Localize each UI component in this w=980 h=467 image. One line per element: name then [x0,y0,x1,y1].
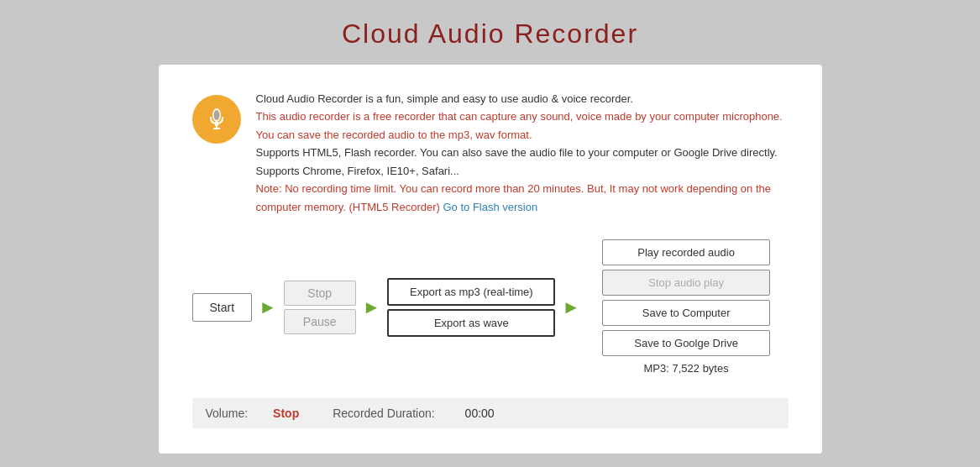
arrow-2-icon: ► [363,296,381,318]
svg-point-4 [213,110,219,120]
page-title: Cloud Audio Recorder [0,0,980,65]
pause-button[interactable]: Pause [284,309,356,334]
controls-section: Start ► Stop Pause ► Export as mp3 (real… [192,239,789,375]
stop-audio-button[interactable]: Stop audio play [602,270,770,296]
export-mp3-button[interactable]: Export as mp3 (real-time) [387,278,555,306]
arrow-3-icon: ► [562,296,580,318]
desc-line3: Supports HTML5, Flash recorder. You can … [256,146,778,176]
main-card: Cloud Audio Recorder is a fun, simple an… [159,65,822,454]
save-computer-button[interactable]: Save to Computer [602,300,770,326]
play-recorded-button[interactable]: Play recorded audio [602,239,770,265]
export-wave-button[interactable]: Export as wave [387,309,555,337]
duration-value: 00:00 [465,407,495,420]
right-actions-group: Play recorded audio Stop audio play Save… [602,239,770,375]
start-button[interactable]: Start [192,293,253,322]
stop-button[interactable]: Stop [284,281,356,306]
bottom-bar: Volume: Stop Recorded Duration: 00:00 [192,398,789,428]
mic-icon [192,95,241,144]
desc-line2: This audio recorder is a free recorder t… [256,110,783,140]
export-group: Export as mp3 (real-time) Export as wave [387,278,555,337]
volume-label: Volume: [206,407,249,420]
mp3-info: MP3: 7,522 bytes [602,362,770,375]
duration-label: Recorded Duration: [333,407,434,420]
stop-pause-group: Stop Pause [284,281,356,334]
flash-version-link[interactable]: Go to Flash version [443,201,537,213]
save-drive-button[interactable]: Save to Goolge Drive [602,330,770,356]
description-text: Cloud Audio Recorder is a fun, simple an… [256,90,789,216]
description-section: Cloud Audio Recorder is a fun, simple an… [192,90,789,216]
volume-status: Stop [273,407,299,420]
desc-line1: Cloud Audio Recorder is a fun, simple an… [256,92,633,105]
arrow-1-icon: ► [259,296,277,318]
